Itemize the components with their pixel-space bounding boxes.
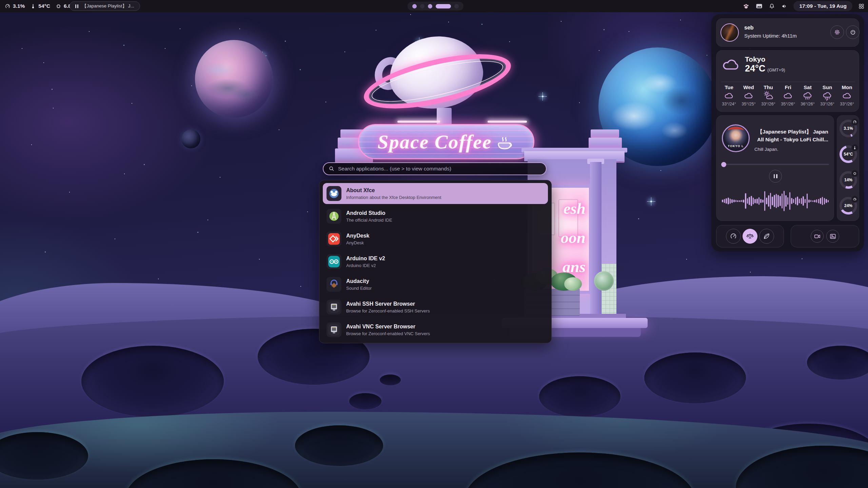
launcher-item-avahi-vnc[interactable]: Avahi VNC Server Browser Browse for Zero… (323, 319, 548, 340)
app-name: Avahi SSH Server Browser (346, 301, 430, 307)
app-name: Audacity (346, 278, 372, 284)
forecast-day: Fri 35°/26° (778, 84, 798, 106)
app-name: Avahi VNC Server Browser (346, 324, 430, 330)
cpu-usage-stat[interactable]: 3.1% (5, 3, 25, 9)
launcher-item-arduino[interactable]: Arduino IDE v2 Arduino IDE v2 (323, 251, 548, 272)
workspace-dot-empty[interactable] (420, 4, 425, 8)
leaf-icon (763, 232, 770, 240)
temp-gauge: 54°C (840, 145, 857, 163)
bright-star (542, 96, 544, 97)
sign-text: Space Coffee (378, 130, 492, 153)
divider (721, 82, 855, 82)
speaker-icon[interactable] (781, 3, 788, 9)
pause-icon (75, 4, 78, 8)
weather-rain-icon (803, 91, 813, 101)
now-playing-pill[interactable]: 【Japanese Playlist】 J... (70, 1, 140, 11)
forecast-day: Thu 33°/26° (758, 84, 778, 106)
track-title: 【Japanese Playlist】 Japan All Night - To… (754, 128, 831, 143)
workspace-indicator[interactable] (408, 2, 463, 11)
anydesk-icon (327, 231, 341, 246)
cloud-icon (721, 55, 741, 71)
launcher-item-android-studio[interactable]: Android Studio The official Android IDE (323, 206, 548, 227)
network-jack-icon (327, 322, 341, 337)
screen-record-button[interactable] (811, 230, 824, 243)
workspace-dot-occupied[interactable] (428, 4, 432, 8)
forecast-day: Tue 33°/24° (719, 84, 739, 106)
launcher-item-anydesk[interactable]: AnyDesk AnyDesk (323, 228, 548, 249)
album-art[interactable]: TOKYO L (722, 124, 750, 152)
network-jack-icon (327, 300, 341, 314)
android-studio-icon (327, 209, 341, 224)
app-description: Browse for Zeroconf-enabled VNC Servers (346, 331, 430, 336)
launcher-item-about-xfce[interactable]: About Xfce Information about the Xfce De… (323, 183, 548, 204)
settings-button[interactable] (830, 25, 844, 39)
avatar[interactable] (721, 23, 739, 42)
app-name: AnyDesk (346, 233, 369, 239)
window-neon-text: esh oon ans (561, 194, 586, 281)
search-bar[interactable] (323, 162, 547, 175)
app-description: The official Android IDE (346, 218, 392, 223)
app-results-panel: About Xfce Information about the Xfce De… (319, 180, 552, 343)
chip-icon (851, 170, 858, 177)
capture-group (791, 225, 859, 247)
uptime-text: System Uptime: 4h11m (744, 33, 797, 39)
weather-cloud-icon (724, 91, 734, 101)
paw-tray-icon[interactable] (743, 3, 750, 9)
cpu-gauge: 3.1% (840, 120, 857, 137)
wallpaper-tray-icon[interactable] (755, 3, 763, 9)
app-description: Arduino IDE v2 (346, 263, 385, 268)
weather-partly-sunny-icon (763, 91, 773, 101)
seek-knob[interactable] (721, 162, 726, 167)
app-description: Information about the Xfce Desktop Envir… (346, 195, 441, 200)
gauge-icon (5, 3, 11, 9)
workspace-dot-active[interactable] (436, 4, 451, 8)
audio-visualizer (722, 186, 829, 216)
thermometer-icon (851, 144, 858, 151)
launcher-item-audacity[interactable]: Audacity Sound Editor (323, 274, 548, 295)
search-input[interactable] (338, 166, 541, 172)
bell-icon[interactable] (769, 3, 775, 9)
user-card: seb System Uptime: 4h11m (716, 18, 859, 47)
workspace-dot-empty[interactable] (454, 4, 459, 8)
pause-button[interactable] (769, 170, 782, 183)
weekly-forecast: Tue 33°/24° Wed 35°/25° Thu 33°/26° Fri (719, 84, 857, 106)
weather-timezone: (GMT+9) (767, 67, 785, 73)
neon-sign: Space Coffee (358, 124, 534, 159)
clock[interactable]: 17:09 - Tue, 19 Aug (793, 1, 852, 11)
performance-profile-button[interactable] (726, 229, 741, 244)
balanced-profile-button[interactable] (743, 229, 757, 244)
screenshot-button[interactable] (826, 230, 839, 243)
weather-temp: 24°C(GMT+9) (745, 63, 785, 74)
app-description: AnyDesk (346, 240, 369, 245)
weather-card: Tokyo 24°C(GMT+9) Tue 33°/24° Wed 35°/25… (716, 50, 859, 112)
memory-gauge: 14% (840, 171, 857, 189)
forecast-day: Sun 33°/26° (817, 84, 837, 106)
power-button[interactable] (846, 25, 860, 39)
bright-star (650, 201, 652, 202)
app-description: Browse for Zeroconf-enabled SSH Servers (346, 308, 430, 313)
gear-icon (834, 29, 841, 36)
weather-cloud-icon (744, 91, 754, 101)
top-panel: 3.1% 54°C 6.8G 【Japanese Playlist】 J... … (0, 0, 868, 12)
seek-bar[interactable] (722, 164, 829, 165)
image-icon (829, 233, 836, 240)
system-gauges-card: 3.1% 54°C 14% 24% (837, 115, 859, 221)
power-icon (850, 29, 856, 36)
scales-icon (746, 232, 754, 240)
disk-gauge: 24% (840, 197, 857, 215)
track-subtitle: Chill Japan. (754, 147, 778, 152)
album-art-text: TOKYO L (723, 144, 749, 148)
audacity-icon (327, 277, 341, 292)
coffee-cup-icon (495, 133, 515, 150)
widgets-panel: seb System Uptime: 4h11m Tokyo 24°C(GMT+… (711, 14, 864, 251)
media-player-card: TOKYO L 【Japanese Playlist】 Japan All Ni… (716, 115, 834, 221)
forecast-day: Mon 33°/26° (837, 84, 857, 106)
temperature-stat[interactable]: 54°C (30, 3, 50, 9)
shop-column (590, 162, 601, 317)
launcher-item-avahi-ssh[interactable]: Avahi SSH Server Browser Browse for Zero… (323, 297, 548, 318)
overview-grid-icon[interactable] (858, 3, 865, 9)
workspace-dot-occupied[interactable] (412, 4, 417, 8)
pink-planet (195, 40, 273, 118)
username: seb (744, 25, 754, 31)
powersave-profile-button[interactable] (759, 229, 774, 244)
